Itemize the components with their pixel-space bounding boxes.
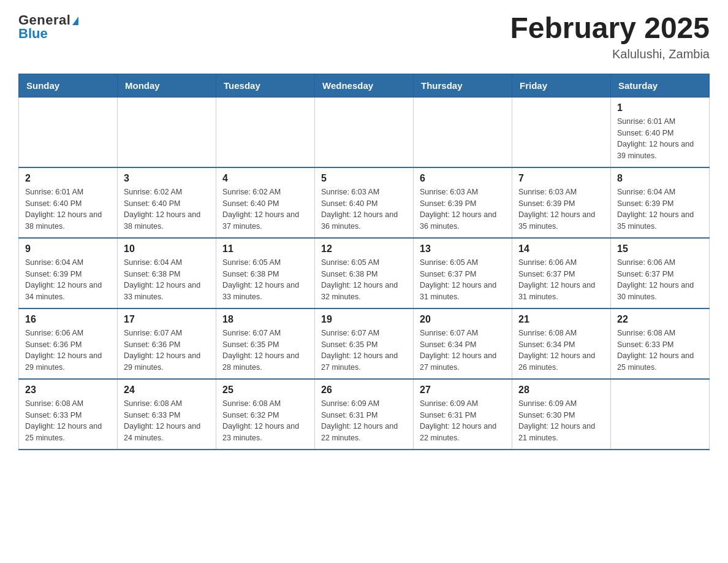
calendar-cell: 23Sunrise: 6:08 AM Sunset: 6:33 PM Dayli…	[19, 379, 118, 450]
day-info: Sunrise: 6:07 AM Sunset: 6:36 PM Dayligh…	[124, 327, 210, 373]
calendar-table: SundayMondayTuesdayWednesdayThursdayFrid…	[18, 74, 710, 450]
weekday-header: Sunday	[19, 74, 118, 97]
day-number: 28	[518, 385, 604, 396]
day-number: 18	[222, 314, 308, 325]
day-info: Sunrise: 6:09 AM Sunset: 6:31 PM Dayligh…	[321, 398, 407, 444]
day-number: 17	[124, 314, 210, 325]
calendar-cell: 16Sunrise: 6:06 AM Sunset: 6:36 PM Dayli…	[19, 308, 118, 379]
calendar-cell: 25Sunrise: 6:08 AM Sunset: 6:32 PM Dayli…	[216, 379, 315, 450]
day-info: Sunrise: 6:01 AM Sunset: 6:40 PM Dayligh…	[617, 116, 703, 162]
day-info: Sunrise: 6:08 AM Sunset: 6:34 PM Dayligh…	[518, 327, 604, 373]
day-number: 3	[124, 173, 210, 184]
calendar-cell: 9Sunrise: 6:04 AM Sunset: 6:39 PM Daylig…	[19, 238, 118, 308]
day-number: 26	[321, 385, 407, 396]
day-number: 11	[222, 243, 308, 255]
calendar-cell	[611, 379, 710, 450]
day-number: 16	[25, 314, 111, 325]
day-number: 5	[321, 173, 407, 184]
calendar-cell: 20Sunrise: 6:07 AM Sunset: 6:34 PM Dayli…	[414, 308, 512, 379]
page-header: General Blue February 2025 Kalulushi, Za…	[18, 12, 710, 61]
location: Kalulushi, Zambia	[510, 47, 710, 61]
weekday-header: Saturday	[611, 74, 710, 97]
calendar-cell: 27Sunrise: 6:09 AM Sunset: 6:31 PM Dayli…	[414, 379, 512, 450]
day-number: 21	[518, 314, 604, 325]
day-info: Sunrise: 6:04 AM Sunset: 6:39 PM Dayligh…	[617, 186, 703, 232]
weekday-header: Wednesday	[315, 74, 414, 97]
calendar-cell: 21Sunrise: 6:08 AM Sunset: 6:34 PM Dayli…	[512, 308, 611, 379]
day-info: Sunrise: 6:04 AM Sunset: 6:38 PM Dayligh…	[124, 257, 210, 303]
day-number: 9	[25, 243, 111, 255]
calendar-cell: 8Sunrise: 6:04 AM Sunset: 6:39 PM Daylig…	[611, 167, 710, 238]
calendar-cell: 11Sunrise: 6:05 AM Sunset: 6:38 PM Dayli…	[216, 238, 315, 308]
day-info: Sunrise: 6:06 AM Sunset: 6:37 PM Dayligh…	[617, 257, 703, 303]
day-info: Sunrise: 6:06 AM Sunset: 6:36 PM Dayligh…	[25, 327, 111, 373]
calendar-week-row: 2Sunrise: 6:01 AM Sunset: 6:40 PM Daylig…	[19, 167, 710, 238]
calendar-cell: 1Sunrise: 6:01 AM Sunset: 6:40 PM Daylig…	[611, 97, 710, 167]
day-number: 20	[420, 314, 506, 325]
title-section: February 2025 Kalulushi, Zambia	[510, 12, 710, 61]
day-info: Sunrise: 6:01 AM Sunset: 6:40 PM Dayligh…	[25, 186, 111, 232]
calendar-week-row: 23Sunrise: 6:08 AM Sunset: 6:33 PM Dayli…	[19, 379, 710, 450]
day-info: Sunrise: 6:08 AM Sunset: 6:33 PM Dayligh…	[25, 398, 111, 444]
day-info: Sunrise: 6:06 AM Sunset: 6:37 PM Dayligh…	[518, 257, 604, 303]
logo: General Blue	[18, 12, 78, 42]
calendar-cell	[414, 97, 512, 167]
calendar-cell: 7Sunrise: 6:03 AM Sunset: 6:39 PM Daylig…	[512, 167, 611, 238]
calendar-cell: 2Sunrise: 6:01 AM Sunset: 6:40 PM Daylig…	[19, 167, 118, 238]
calendar-cell: 4Sunrise: 6:02 AM Sunset: 6:40 PM Daylig…	[216, 167, 315, 238]
calendar-week-row: 9Sunrise: 6:04 AM Sunset: 6:39 PM Daylig…	[19, 238, 710, 308]
day-number: 27	[420, 385, 506, 396]
calendar-cell: 13Sunrise: 6:05 AM Sunset: 6:37 PM Dayli…	[414, 238, 512, 308]
day-info: Sunrise: 6:09 AM Sunset: 6:30 PM Dayligh…	[518, 398, 604, 444]
day-info: Sunrise: 6:08 AM Sunset: 6:33 PM Dayligh…	[124, 398, 210, 444]
logo-triangle-icon	[72, 17, 78, 25]
calendar-cell: 6Sunrise: 6:03 AM Sunset: 6:39 PM Daylig…	[414, 167, 512, 238]
day-info: Sunrise: 6:05 AM Sunset: 6:37 PM Dayligh…	[420, 257, 506, 303]
day-info: Sunrise: 6:03 AM Sunset: 6:39 PM Dayligh…	[420, 186, 506, 232]
calendar-cell: 24Sunrise: 6:08 AM Sunset: 6:33 PM Dayli…	[118, 379, 216, 450]
day-number: 24	[124, 385, 210, 396]
calendar-cell: 15Sunrise: 6:06 AM Sunset: 6:37 PM Dayli…	[611, 238, 710, 308]
calendar-cell	[512, 97, 611, 167]
calendar-cell	[19, 97, 118, 167]
calendar-cell: 14Sunrise: 6:06 AM Sunset: 6:37 PM Dayli…	[512, 238, 611, 308]
weekday-header: Tuesday	[216, 74, 315, 97]
calendar-cell: 17Sunrise: 6:07 AM Sunset: 6:36 PM Dayli…	[118, 308, 216, 379]
day-number: 25	[222, 385, 308, 396]
calendar-cell	[315, 97, 414, 167]
day-info: Sunrise: 6:02 AM Sunset: 6:40 PM Dayligh…	[222, 186, 308, 232]
day-number: 14	[518, 243, 604, 255]
day-number: 12	[321, 243, 407, 255]
weekday-header: Friday	[512, 74, 611, 97]
day-number: 7	[518, 173, 604, 184]
day-number: 22	[617, 314, 703, 325]
day-number: 6	[420, 173, 506, 184]
day-number: 1	[617, 102, 703, 113]
calendar-cell	[118, 97, 216, 167]
calendar-cell: 5Sunrise: 6:03 AM Sunset: 6:40 PM Daylig…	[315, 167, 414, 238]
day-number: 19	[321, 314, 407, 325]
day-number: 23	[25, 385, 111, 396]
day-number: 8	[617, 173, 703, 184]
day-number: 15	[617, 243, 703, 255]
day-info: Sunrise: 6:07 AM Sunset: 6:34 PM Dayligh…	[420, 327, 506, 373]
calendar-cell: 26Sunrise: 6:09 AM Sunset: 6:31 PM Dayli…	[315, 379, 414, 450]
calendar-cell: 28Sunrise: 6:09 AM Sunset: 6:30 PM Dayli…	[512, 379, 611, 450]
calendar-cell	[216, 97, 315, 167]
calendar-cell: 22Sunrise: 6:08 AM Sunset: 6:33 PM Dayli…	[611, 308, 710, 379]
calendar-cell: 12Sunrise: 6:05 AM Sunset: 6:38 PM Dayli…	[315, 238, 414, 308]
calendar-cell: 18Sunrise: 6:07 AM Sunset: 6:35 PM Dayli…	[216, 308, 315, 379]
day-info: Sunrise: 6:07 AM Sunset: 6:35 PM Dayligh…	[321, 327, 407, 373]
day-info: Sunrise: 6:05 AM Sunset: 6:38 PM Dayligh…	[321, 257, 407, 303]
day-info: Sunrise: 6:08 AM Sunset: 6:33 PM Dayligh…	[617, 327, 703, 373]
day-info: Sunrise: 6:04 AM Sunset: 6:39 PM Dayligh…	[25, 257, 111, 303]
calendar-cell: 3Sunrise: 6:02 AM Sunset: 6:40 PM Daylig…	[118, 167, 216, 238]
calendar-header-row: SundayMondayTuesdayWednesdayThursdayFrid…	[19, 74, 710, 97]
calendar-week-row: 1Sunrise: 6:01 AM Sunset: 6:40 PM Daylig…	[19, 97, 710, 167]
calendar-cell: 19Sunrise: 6:07 AM Sunset: 6:35 PM Dayli…	[315, 308, 414, 379]
day-info: Sunrise: 6:03 AM Sunset: 6:39 PM Dayligh…	[518, 186, 604, 232]
weekday-header: Thursday	[414, 74, 512, 97]
weekday-header: Monday	[118, 74, 216, 97]
day-number: 4	[222, 173, 308, 184]
day-info: Sunrise: 6:05 AM Sunset: 6:38 PM Dayligh…	[222, 257, 308, 303]
